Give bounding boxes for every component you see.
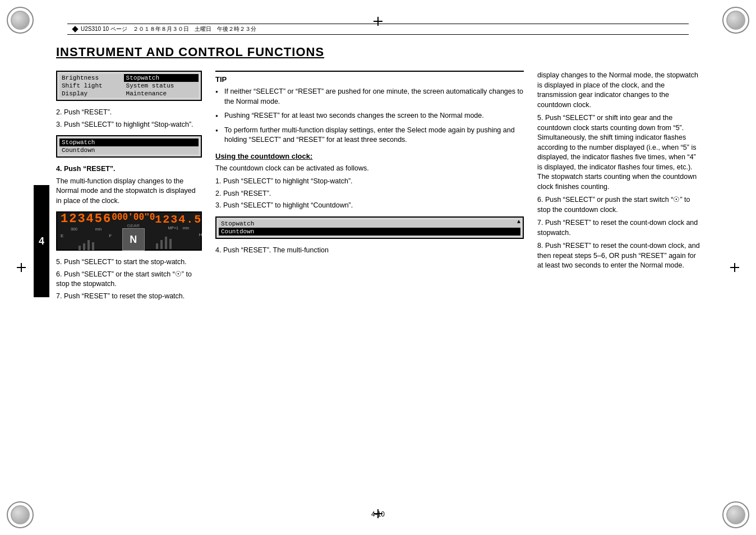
lcd-row3-left: Display [59,90,124,98]
cd-step-3: 3. Push “SELECT” to highlight “Countdown… [215,201,524,211]
seg-display-right: 1234.5 [155,213,202,226]
step-4-block: 4. Push “RESET”. The multi-function disp… [56,164,202,206]
step-7: 7. Push “RESET” to reset the stop-watch. [56,292,202,302]
reg-mark-right [730,263,739,272]
tip-list: If neither “SELECT” or “RESET” are pushe… [215,87,524,145]
lcd2-stopwatch: Stopwatch [59,139,199,146]
instr-right: 1234.5 MP+1 min H [155,213,202,249]
bar-2 [83,243,85,250]
page-number-footer: 4-10 [371,510,385,518]
corner-decoration-br [722,501,749,528]
instrument-display: 123456 000 min E F [56,211,202,251]
step4-text: The multi-function display changes to th… [56,177,202,206]
step-3: 3. Push “SELECT” to highlight “Stop-watc… [56,120,202,130]
seg-label-right: MP+1 min [168,226,190,230]
left-steps-bottom: 5. Push “SELECT” to start the stop-watch… [56,257,202,301]
page-footer: 4-10 [371,510,385,518]
lcd-row2-left: Shift light [59,82,124,90]
lcd-row1-right: Stopwatch [124,74,199,82]
corner-decoration-bl [7,501,34,528]
page-number: 4 [39,236,44,247]
corner-decoration-tr [722,7,749,34]
middle-column: TIP If neither “SELECT” or “RESET” are p… [215,71,524,261]
lcd3-stopwatch: Stopwatch [219,220,520,228]
gear-label: GEAR [127,223,140,228]
diamond-icon [72,26,78,32]
cd-step-1: 1. Push “SELECT” to highlight “Stop-watc… [215,177,524,187]
step-2: 2. Push “RESET”. [56,108,202,118]
seg-h-label: H [199,232,202,249]
corner-decoration-tl [7,7,34,34]
page-title: INSTRUMENT AND CONTROL FUNCTIONS [56,45,700,59]
lcd-icon-2: ▲ [195,137,199,144]
lcd-display-3: ▲ Stopwatch Countdown [215,216,524,239]
tip-item-2: Pushing “RESET” for at least two seconds… [215,111,524,121]
countdown-section-title: Using the countdown clock: [215,152,524,160]
left-steps-top: 2. Push “RESET”. 3. Push “SELECT” to hig… [56,108,202,130]
step-5: 5. Push “SELECT” to start the stop-watch… [56,257,202,268]
main-content: INSTRUMENT AND CONTROL FUNCTIONS ▲ Brigh… [56,45,700,501]
lcd-row2-right: System status [124,82,199,90]
seg-label-000: 000 [71,227,77,231]
right-col-text: display changes to the Normal mode, the … [537,71,700,271]
bar-4 [92,242,94,250]
lcd-icon-3: ▲ [517,219,520,225]
lcd-display-1: ▲ Brightness Stopwatch Shift light Syste… [56,71,202,101]
seg-e-label: E [61,233,63,250]
gear-n-indicator: N [122,228,145,251]
cd-step-4-list: 4. Push “RESET”. The multi-function [215,246,524,256]
bar-1 [79,246,81,250]
page-number-badge: 4 [34,185,49,297]
columns-layout: ▲ Brightness Stopwatch Shift light Syste… [56,71,700,307]
lcd-display-2: ▲ Stopwatch Countdown [56,135,202,158]
header-bar: U2S310 10 ページ ２０１８年８月３０日 土曜日 午後２時２３分 [67,24,689,35]
tip-box: TIP If neither “SELECT” or “RESET” are p… [215,71,524,145]
tip-item-1: If neither “SELECT” or “RESET” are pushe… [215,87,524,107]
right-column: display changes to the Normal mode, the … [537,71,700,274]
tbar-3 [165,237,167,249]
step-6: 6. Push “SELECT” or the start switch “☉”… [56,270,202,289]
lcd2-countdown: Countdown [59,146,199,154]
fuel-bars [77,233,95,250]
lcd-row3-right: Maintenance [124,90,199,98]
countdown-display: 000'00"0 [112,211,155,222]
countdown-steps: 1. Push “SELECT” to highlight “Stop-watc… [215,177,524,211]
lcd-icon-1: ▲ [195,73,199,79]
tbar-2 [160,240,163,249]
bar-3 [87,240,90,250]
temp-bars [155,232,173,249]
right-step-7: 7. Push “RESET” to reset the count-down … [537,218,700,238]
lcd3-countdown: Countdown [219,228,520,236]
cd-step-2: 2. Push “RESET”. [215,189,524,199]
left-column: ▲ Brightness Stopwatch Shift light Syste… [56,71,202,307]
tip-title: TIP [215,75,524,84]
tbar-1 [156,243,158,249]
tip-item-3: To perform further multi-function displa… [215,126,524,145]
step4-title: 4. Push “RESET”. [56,165,116,173]
right-step-8: 8. Push “RESET” to reset the count-down … [537,241,700,271]
seg-display-left: 123456 [61,212,112,226]
countdown-intro: The countdown clock can be activated as … [215,164,524,174]
seg-label-min: min [95,227,102,231]
right-step-6: 6. Push “SELECT” or push the start switc… [537,195,700,215]
lcd-row1-left: Brightness [59,74,124,82]
cd-step-4: 4. Push “RESET”. The multi-function [215,246,524,256]
right-text-1: display changes to the Normal mode, the … [537,71,700,110]
instr-center: 000'00"0 GEAR N [112,211,155,251]
tbar-4 [169,239,172,249]
instr-left: 123456 000 min E F [61,212,112,250]
reg-mark-left [17,263,26,272]
header-text: U2S310 10 ページ ２０１８年８月３０日 土曜日 午後２時２３分 [81,25,256,33]
right-step-5: 5. Push “SELECT” or shift into gear and … [537,113,700,192]
